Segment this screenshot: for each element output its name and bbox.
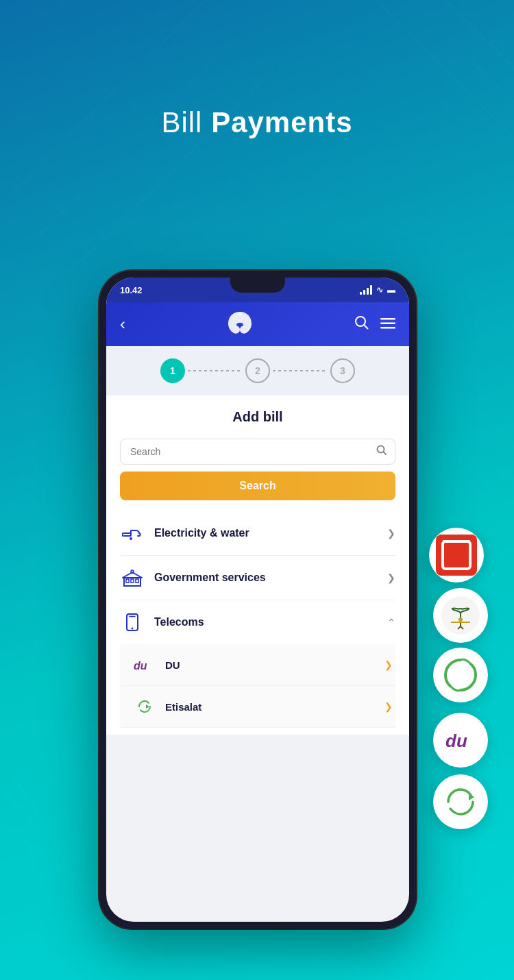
floating-logo-uae xyxy=(433,588,488,643)
svg-rect-22 xyxy=(126,579,129,583)
svg-point-20 xyxy=(130,537,132,540)
category-electricity[interactable]: Electricity & water ❯ xyxy=(120,511,395,556)
wifi-icon: ∿ xyxy=(376,285,383,295)
back-button[interactable]: ‹ xyxy=(120,315,125,334)
content-area: Add bill Search xyxy=(106,395,409,735)
svg-line-2 xyxy=(69,69,274,274)
svg-line-7 xyxy=(411,0,514,103)
electricity-icon xyxy=(120,521,145,546)
du-arrow: ❯ xyxy=(384,659,393,670)
search-icon xyxy=(376,445,387,458)
add-bill-title: Add bill xyxy=(120,409,395,425)
title-light: Bill xyxy=(161,106,211,138)
search-nav-icon[interactable] xyxy=(354,315,369,334)
svg-point-13 xyxy=(356,317,365,326)
nav-icons xyxy=(354,315,395,334)
etisalat-label: Etisalat xyxy=(165,701,375,713)
category-government[interactable]: Government services ❯ xyxy=(120,556,395,600)
phone-screen: 10.42 ∿ ▬ ‹ xyxy=(106,278,409,922)
status-time: 10.42 xyxy=(120,285,143,295)
electricity-arrow: ❯ xyxy=(387,528,395,539)
svg-line-5 xyxy=(411,877,514,980)
menu-icon[interactable] xyxy=(380,317,395,332)
government-icon xyxy=(120,565,145,590)
page-title: Bill Payments xyxy=(0,106,514,139)
status-right: ∿ ▬ xyxy=(360,285,395,295)
svg-marker-30 xyxy=(146,705,149,709)
svg-point-12 xyxy=(238,313,241,315)
etisalat-icon xyxy=(134,696,156,718)
du-label: DU xyxy=(165,659,375,671)
signal-icon xyxy=(360,285,372,295)
battery-icon: ▬ xyxy=(387,285,395,295)
svg-rect-24 xyxy=(136,579,138,583)
floating-logo-etisalat xyxy=(433,774,488,829)
floating-logo-du: du xyxy=(433,713,488,768)
phone-notch xyxy=(230,278,285,293)
svg-point-27 xyxy=(132,628,134,630)
etisalat-arrow: ❯ xyxy=(384,701,393,712)
svg-text:du: du xyxy=(445,731,467,751)
category-list: Electricity & water ❯ xyxy=(120,511,395,728)
phone-frame: 10.42 ∿ ▬ ‹ xyxy=(99,271,416,929)
government-arrow: ❯ xyxy=(387,572,395,583)
steps-container: 1 2 3 xyxy=(106,346,409,395)
svg-rect-16 xyxy=(380,322,395,324)
svg-line-14 xyxy=(364,325,368,329)
sub-item-etisalat[interactable]: Etisalat ❯ xyxy=(120,686,395,728)
telecoms-icon xyxy=(120,610,145,635)
nav-bar: ‹ xyxy=(106,302,409,346)
telecoms-arrow: ⌃ xyxy=(387,617,395,628)
svg-point-36 xyxy=(458,617,463,622)
sub-item-du[interactable]: du DU ❯ xyxy=(120,644,395,686)
electricity-label: Electricity & water xyxy=(154,527,378,539)
step-3: 3 xyxy=(330,358,355,383)
app-logo xyxy=(223,308,257,341)
government-label: Government services xyxy=(154,572,378,584)
step-2: 2 xyxy=(245,358,270,383)
step-1: 1 xyxy=(160,358,185,383)
svg-rect-15 xyxy=(380,318,395,320)
step-line-2 xyxy=(273,370,328,371)
search-button[interactable]: Search xyxy=(120,471,395,500)
svg-line-8 xyxy=(445,0,514,69)
step-line-1 xyxy=(188,370,243,371)
title-bold: Payments xyxy=(211,106,352,138)
svg-rect-23 xyxy=(131,579,134,583)
floating-logo-red xyxy=(429,528,484,583)
category-telecoms[interactable]: Telecoms ⌃ xyxy=(120,600,395,644)
svg-line-0 xyxy=(0,0,206,206)
svg-rect-17 xyxy=(380,327,395,329)
floating-logo-etisalat-gov xyxy=(433,648,488,702)
search-row xyxy=(120,439,395,465)
du-icon: du xyxy=(134,654,156,676)
svg-point-37 xyxy=(441,656,480,694)
svg-text:du: du xyxy=(134,660,147,672)
svg-line-19 xyxy=(383,452,387,455)
sub-items-telecoms: du DU ❯ xyxy=(120,644,395,728)
telecoms-label: Telecoms xyxy=(154,616,378,628)
search-input[interactable] xyxy=(120,439,395,465)
